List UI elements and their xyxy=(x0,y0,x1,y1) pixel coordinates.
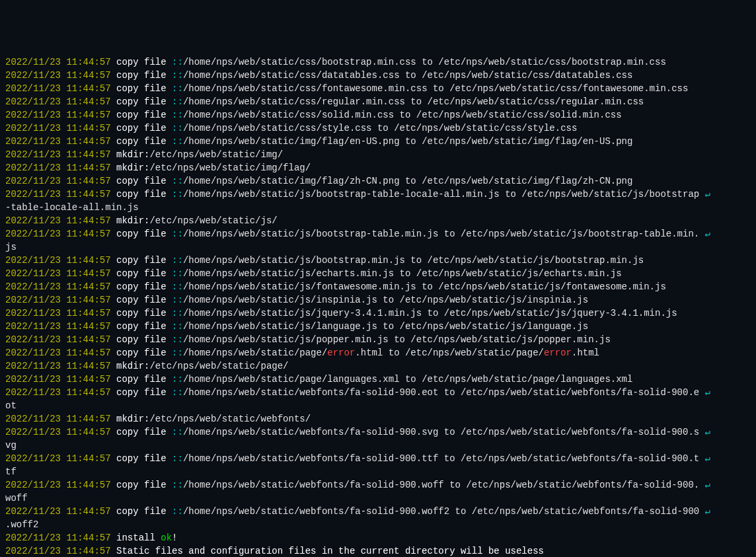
terminal-output: 2022/11/23 11:44:57 copy file ::/home/np… xyxy=(5,56,751,557)
log-line: 2022/11/23 11:44:57 copy file ::/home/np… xyxy=(5,307,751,320)
log-line: 2022/11/23 11:44:57 copy file ::/home/np… xyxy=(5,227,751,241)
log-line: 2022/11/23 11:44:57 install ok! xyxy=(5,531,751,544)
log-line: 2022/11/23 11:44:57 copy file ::/home/np… xyxy=(5,373,751,386)
log-line: ot xyxy=(5,399,751,412)
log-line: 2022/11/23 11:44:57 copy file ::/home/np… xyxy=(5,346,751,359)
log-line: tf xyxy=(5,465,751,478)
log-line: 2022/11/23 11:44:57 copy file ::/home/np… xyxy=(5,505,751,518)
log-line: 2022/11/23 11:44:57 copy file ::/home/np… xyxy=(5,293,751,307)
log-line: 2022/11/23 11:44:57 mkdir:/etc/nps/web/s… xyxy=(5,148,751,161)
log-line: 2022/11/23 11:44:57 mkdir:/etc/nps/web/s… xyxy=(5,214,751,227)
log-line: 2022/11/23 11:44:57 mkdir:/etc/nps/web/s… xyxy=(5,412,751,426)
log-line: 2022/11/23 11:44:57 copy file ::/home/np… xyxy=(5,452,751,465)
log-line: js xyxy=(5,241,751,254)
log-line: 2022/11/23 11:44:57 mkdir:/etc/nps/web/s… xyxy=(5,161,751,174)
log-line: 2022/11/23 11:44:57 copy file ::/home/np… xyxy=(5,426,751,439)
log-line: woff xyxy=(5,492,751,505)
log-line: 2022/11/23 11:44:57 copy file ::/home/np… xyxy=(5,267,751,280)
log-line: -table-locale-all.min.js xyxy=(5,201,751,214)
log-line: 2022/11/23 11:44:57 copy file ::/home/np… xyxy=(5,188,751,201)
log-line: .woff2 xyxy=(5,518,751,531)
log-line: 2022/11/23 11:44:57 copy file ::/home/np… xyxy=(5,254,751,267)
log-line: 2022/11/23 11:44:57 copy file ::/home/np… xyxy=(5,82,751,95)
log-line: vg xyxy=(5,439,751,452)
log-line: 2022/11/23 11:44:57 copy file ::/home/np… xyxy=(5,135,751,148)
log-line: 2022/11/23 11:44:57 copy file ::/home/np… xyxy=(5,69,751,82)
log-line: 2022/11/23 11:44:57 copy file ::/home/np… xyxy=(5,95,751,108)
log-line: 2022/11/23 11:44:57 copy file ::/home/np… xyxy=(5,386,751,399)
log-line: 2022/11/23 11:44:57 mkdir:/etc/nps/web/s… xyxy=(5,359,751,373)
log-line: 2022/11/23 11:44:57 copy file ::/home/np… xyxy=(5,122,751,135)
log-line: 2022/11/23 11:44:57 copy file ::/home/np… xyxy=(5,478,751,492)
log-line: 2022/11/23 11:44:57 copy file ::/home/np… xyxy=(5,56,751,69)
log-line: 2022/11/23 11:44:57 copy file ::/home/np… xyxy=(5,108,751,122)
log-line: 2022/11/23 11:44:57 copy file ::/home/np… xyxy=(5,333,751,346)
log-line: 2022/11/23 11:44:57 copy file ::/home/np… xyxy=(5,320,751,333)
log-line: 2022/11/23 11:44:57 Static files and con… xyxy=(5,544,751,557)
log-line: 2022/11/23 11:44:57 copy file ::/home/np… xyxy=(5,280,751,293)
log-line: 2022/11/23 11:44:57 copy file ::/home/np… xyxy=(5,174,751,188)
